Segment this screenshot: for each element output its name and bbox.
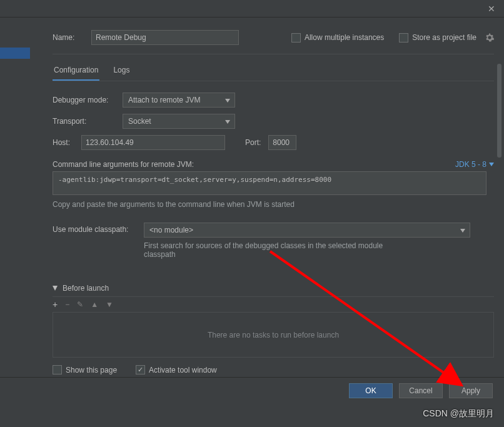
cancel-button[interactable]: Cancel [399, 383, 443, 398]
close-icon[interactable]: ✕ [488, 4, 495, 14]
cmd-args-hint: Copy and paste the arguments to the comm… [53, 200, 494, 209]
apply-button[interactable]: Apply [449, 383, 493, 398]
triangle-down-icon[interactable] [53, 284, 58, 293]
before-launch-empty: There are no tasks to run before launch [53, 313, 494, 358]
host-input[interactable] [81, 135, 225, 150]
up-icon[interactable]: ▲ [91, 300, 98, 309]
store-project-label: Store as project file [412, 33, 476, 42]
remove-icon[interactable]: − [65, 300, 69, 309]
module-classpath-hint: First search for sources of the debugged… [144, 241, 406, 259]
tab-configuration[interactable]: Configuration [53, 66, 99, 81]
watermark: CSDN @故里明月 [423, 408, 494, 419]
edit-icon[interactable]: ✎ [77, 300, 83, 309]
cmd-args-label: Command line arguments for remote JVM: [53, 160, 194, 169]
port-input[interactable] [268, 135, 296, 150]
allow-multiple-label: Allow multiple instances [305, 33, 384, 42]
cmd-args-textarea[interactable]: -agentlib:jdwp=transport=dt_socket,serve… [53, 171, 486, 195]
name-input[interactable] [91, 30, 239, 45]
store-project-checkbox[interactable]: Store as project file [399, 33, 476, 43]
ok-button[interactable]: OK [349, 383, 393, 398]
add-icon[interactable]: + [53, 299, 58, 309]
host-label: Host: [53, 138, 81, 147]
left-selected-config[interactable] [0, 48, 30, 59]
module-classpath-select[interactable]: <no module> [144, 223, 470, 238]
debugger-mode-select[interactable]: Attach to remote JVM [123, 93, 235, 108]
activate-tool-window-label: Activate tool window [149, 366, 217, 374]
jdk-version-link[interactable]: JDK 5 - 8 [455, 160, 494, 169]
name-label: Name: [53, 33, 83, 42]
show-this-page-checkbox[interactable]: Show this page [53, 365, 117, 374]
before-launch-toolbar: + − ✎ ▲ ▼ [53, 297, 494, 313]
debugger-mode-label: Debugger mode: [53, 96, 123, 104]
tab-logs[interactable]: Logs [112, 66, 131, 81]
before-launch-label: Before launch [63, 284, 109, 293]
port-label: Port: [245, 138, 261, 147]
allow-multiple-checkbox[interactable]: Allow multiple instances [291, 33, 384, 43]
scrollbar[interactable] [497, 64, 501, 158]
left-panel [0, 18, 31, 377]
module-classpath-label: Use module classpath: [53, 223, 144, 234]
gear-icon[interactable] [485, 33, 494, 42]
transport-label: Transport: [53, 117, 123, 126]
transport-select[interactable]: Socket [123, 114, 235, 129]
activate-tool-window-checkbox[interactable]: Activate tool window [136, 365, 217, 374]
down-icon[interactable]: ▼ [106, 300, 113, 309]
show-this-page-label: Show this page [66, 366, 117, 374]
